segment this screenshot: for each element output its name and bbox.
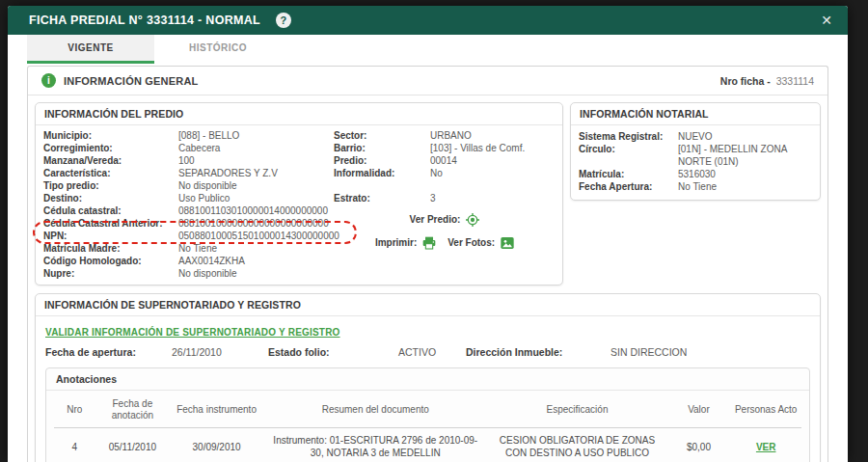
field-matricula-madre: Matrícula Madre:No Tiene [43, 242, 338, 255]
col-especificacion: Especificación [488, 393, 667, 428]
direccion-inmueble-value: SIN DIRECCION [610, 345, 687, 359]
panel-informacion-predio: INFORMACIÓN DEL PREDIO Municipio:[088] -… [35, 102, 563, 285]
ver-predio-label: Ver Predio: [410, 214, 461, 225]
nro-ficha-value: 3331114 [776, 75, 814, 87]
table-row: 4 05/11/2010 30/09/2010 Instrumento: 01-… [54, 428, 801, 462]
field-destino: Destino:Uso Publico [43, 192, 338, 204]
imprimir-label: Imprimir: [375, 237, 417, 248]
field-tipo-predio: Tipo predio:No disponible [43, 179, 338, 192]
tab-historico[interactable]: HISTÓRICO [154, 35, 282, 64]
field-npn: NPN:050880100051501000014300000000 [43, 230, 338, 242]
photos-image-icon[interactable] [500, 235, 515, 251]
nro-ficha-label: Nro ficha - [720, 75, 771, 87]
section-title-general: INFORMACIÓN GENERAL [64, 75, 198, 87]
col-nro: Nro [54, 393, 95, 428]
field-sistema-registral: Sistema Registral:NUEVO [579, 130, 812, 143]
panel-title-predio: INFORMACIÓN DEL PREDIO [36, 103, 562, 125]
field-barrio: Barrio:[103] - Villas de Comf. [334, 142, 556, 154]
ver-predio-row: Ver Predio: [334, 211, 556, 228]
field-sector: Sector:URBANO [334, 129, 556, 142]
panel-title-supernotariado: INFORMACIÓN DE SUPERNOTARIADO Y REGISTRO [36, 294, 820, 316]
field-manzana-vereda: Manzana/Vereda:100 [43, 154, 338, 167]
field-cedula-catastral-anterior: Cédula Catastral Anterior:08810010000000… [43, 217, 338, 230]
field-nupre: Nupre:No disponible [43, 267, 338, 280]
panels-area: INFORMACIÓN DEL PREDIO Municipio:[088] -… [28, 95, 827, 462]
field-estrato: Estrato:3 [334, 192, 556, 204]
col-valor: Valor [667, 393, 731, 428]
col-fecha-anotacion: Fecha de anotación [95, 393, 171, 428]
ficha-predial-modal: FICHA PREDIAL N° 3331114 - NORMAL ? ✕ VI… [8, 6, 848, 462]
info-icon: i [41, 73, 56, 88]
modal-header: FICHA PREDIAL N° 3331114 - NORMAL ? ✕ [8, 6, 848, 35]
estado-folio-value: ACTIVO [398, 345, 466, 359]
field-caracteristica: Característica:SEPARADORES Y Z.V [43, 167, 338, 179]
general-header: i INFORMACIÓN GENERAL Nro ficha - 333111… [28, 67, 827, 95]
panel-title-notarial: INFORMACIÓN NOTARIAL [571, 103, 820, 125]
anotaciones-table: Nro Fecha de anotación Fecha instrumento… [54, 393, 801, 462]
validar-snr-link[interactable]: VALIDAR INFORMACIÓN DE SUPERNOTARIADO Y … [45, 327, 340, 338]
snr-fields-row: Fecha de apertura: 26/11/2010 Estado fol… [45, 345, 810, 359]
anotaciones-title: Anotaciones [46, 368, 809, 391]
anotaciones-box: Anotaciones Nro Fecha de anotación [45, 367, 810, 462]
predio-right-column: Sector:URBANO Barrio:[103] - Villas de C… [334, 129, 556, 251]
fecha-apertura-label: Fecha de apertura: [45, 345, 172, 359]
field-matricula: Matrícula:5316030 [579, 168, 812, 180]
table-header-row: Nro Fecha de anotación Fecha instrumento… [54, 393, 801, 428]
cell-valor: $0,00 [667, 428, 731, 462]
nro-ficha: Nro ficha - 3331114 [720, 75, 814, 87]
tabbar: VIGENTE HISTÓRICO [8, 35, 848, 64]
panel-informacion-notarial: INFORMACIÓN NOTARIAL Sistema Registral:N… [570, 102, 821, 201]
field-cedula-catastral: Cédula catastral:08810011030100000140000… [43, 204, 338, 217]
field-fecha-apertura-notarial: Fecha Apertura:No Tiene [579, 180, 812, 193]
cell-fecha-instrumento: 30/09/2010 [170, 428, 263, 462]
print-photos-row: Imprimir: [334, 234, 556, 251]
col-personas-acto: Personas Acto [730, 393, 801, 428]
direccion-inmueble-label: Dirección Inmueble: [466, 345, 610, 359]
field-predio: Predio:00014 [334, 154, 556, 167]
cell-fecha-anotacion: 05/11/2010 [95, 428, 171, 462]
field-corregimiento: Corregimiento:Cabecera [43, 142, 338, 154]
notarial-body: Sistema Registral:NUEVO Círculo:[01N] - … [571, 125, 820, 200]
printer-icon[interactable] [421, 235, 437, 251]
cell-especificacion: CESION OBLIGATORIA DE ZONAS CON DESTINO … [488, 428, 667, 462]
field-municipio: Municipio:[088] - BELLO [43, 129, 338, 142]
modal-title: FICHA PREDIAL N° 3331114 - NORMAL [29, 14, 260, 27]
ver-predio-target-icon[interactable] [465, 212, 480, 228]
cell-resumen: Instrumento: 01-ESCRITURA 2796 de 2010-0… [263, 428, 488, 462]
panel-supernotariado: INFORMACIÓN DE SUPERNOTARIADO Y REGISTRO… [35, 293, 821, 462]
content-card: i INFORMACIÓN GENERAL Nro ficha - 333111… [27, 66, 828, 462]
field-informalidad: Informalidad:No [334, 167, 556, 179]
field-codigo-homologado: Código Homologado:AAX0014ZKHA [43, 255, 338, 267]
estado-folio-label: Estado folio: [268, 345, 398, 359]
col-resumen: Resumen del documento [263, 393, 488, 428]
screen: FICHA PREDIAL N° 3331114 - NORMAL ? ✕ VI… [0, 0, 868, 462]
ver-fotos-label: Ver Fotos: [448, 237, 495, 248]
help-icon[interactable]: ? [276, 13, 291, 28]
ver-personas-link[interactable]: VER [756, 442, 776, 452]
fecha-apertura-value: 26/11/2010 [172, 345, 268, 359]
predio-body: Municipio:[088] - BELLO Corregimiento:Ca… [36, 125, 562, 285]
predio-left-column: Municipio:[088] - BELLO Corregimiento:Ca… [43, 129, 338, 280]
cell-nro: 4 [54, 428, 95, 462]
close-icon[interactable]: ✕ [821, 14, 832, 27]
tab-vigente[interactable]: VIGENTE [27, 35, 154, 64]
snr-body: VALIDAR INFORMACIÓN DE SUPERNOTARIADO Y … [36, 316, 820, 462]
col-fecha-instrumento: Fecha instrumento [170, 393, 263, 428]
cell-personas-acto: VER [730, 428, 801, 462]
field-circulo: Círculo:[01N] - MEDELLIN ZONA NORTE (01N… [579, 143, 812, 168]
